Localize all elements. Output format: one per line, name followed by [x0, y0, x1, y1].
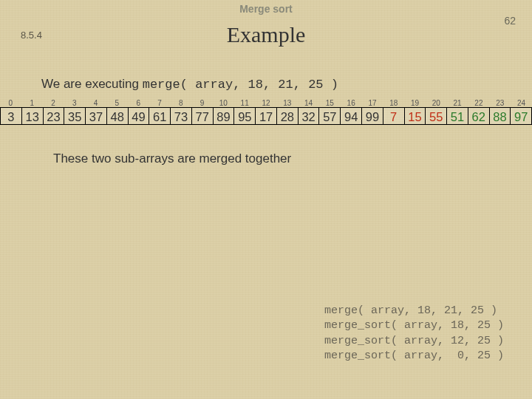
array-index: 22 [468, 99, 490, 107]
array-index: 19 [404, 99, 426, 107]
array-index: 21 [447, 99, 468, 107]
array-index-row: 0123456789101112131415161718192021222324 [0, 99, 532, 107]
array-visualization: 0123456789101112131415161718192021222324… [0, 99, 532, 125]
body-line: We are executing merge( array, 18, 21, 2… [41, 77, 532, 92]
array-cell: 7 [383, 107, 404, 125]
array-cell: 32 [298, 107, 319, 125]
array-cell: 49 [128, 107, 149, 125]
array-cell: 57 [318, 107, 340, 125]
array-cells-row: 3132335374849617377899517283257949971555… [0, 107, 532, 125]
page-number: 62 [504, 15, 516, 27]
array-cell: 23 [43, 107, 64, 125]
array-index: 7 [149, 99, 171, 107]
array-index: 11 [234, 99, 256, 107]
section-number: 8.5.4 [21, 30, 42, 41]
array-cell: 88 [489, 107, 511, 125]
call-stack: merge( array, 18, 21, 25 ) merge_sort( a… [324, 304, 504, 364]
array-index: 3 [64, 99, 85, 107]
array-cell: 99 [361, 107, 383, 125]
array-cell: 37 [85, 107, 106, 125]
array-cell: 48 [106, 107, 128, 125]
array-index: 2 [43, 99, 64, 107]
array-cell: 95 [233, 107, 255, 125]
array-index: 24 [511, 99, 532, 107]
array-index: 9 [191, 99, 213, 107]
array-index: 17 [362, 99, 383, 107]
array-index: 23 [489, 99, 511, 107]
array-cell: 35 [64, 107, 85, 125]
array-index: 5 [106, 99, 128, 107]
array-cell: 94 [340, 107, 361, 125]
array-cell: 51 [446, 107, 468, 125]
array-cell: 97 [510, 107, 532, 125]
array-cell: 28 [276, 107, 298, 125]
slide-title: Example [0, 22, 532, 47]
array-cell: 15 [404, 107, 426, 125]
array-index: 14 [298, 99, 319, 107]
array-cell: 17 [255, 107, 276, 125]
array-cell: 55 [425, 107, 446, 125]
array-index: 0 [0, 99, 21, 107]
array-index: 16 [341, 99, 362, 107]
array-cell: 89 [213, 107, 234, 125]
array-index: 18 [383, 99, 404, 107]
array-index: 15 [319, 99, 341, 107]
array-cell: 77 [191, 107, 213, 125]
array-cell: 13 [21, 107, 43, 125]
array-index: 20 [426, 99, 447, 107]
array-index: 12 [256, 99, 277, 107]
array-index: 13 [276, 99, 298, 107]
array-index: 1 [21, 99, 43, 107]
array-index: 4 [85, 99, 106, 107]
array-cell: 62 [468, 107, 489, 125]
array-cell: 73 [170, 107, 191, 125]
slide-header-title: Merge sort [0, 0, 532, 15]
array-index: 10 [213, 99, 234, 107]
array-cell: 3 [0, 107, 21, 125]
body-line-code: merge( array, 18, 21, 25 ) [143, 78, 338, 92]
sub-text: These two sub-arrays are merged together [53, 151, 532, 166]
array-index: 6 [128, 99, 149, 107]
array-cell: 61 [149, 107, 170, 125]
body-line-prefix: We are executing [41, 77, 143, 91]
array-index: 8 [170, 99, 191, 107]
